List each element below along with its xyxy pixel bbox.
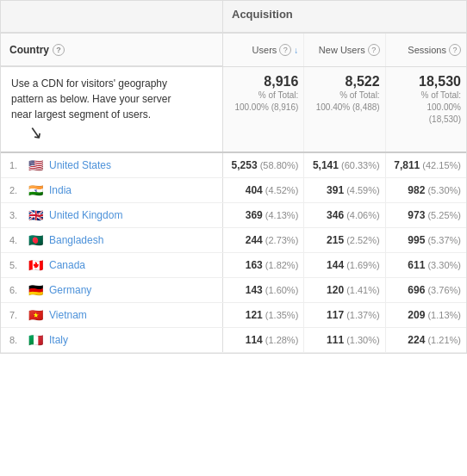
sort-arrow[interactable]: ↓ xyxy=(294,46,298,55)
row-country-cell: 5. 🇨🇦 Canada xyxy=(1,253,223,277)
country-flag: 🇩🇪 xyxy=(28,285,44,296)
table-row: 1. 🇺🇸 United States 5,253 (58.80%) 5,141… xyxy=(1,153,466,178)
row-users: 114 (1.28%) xyxy=(223,328,304,352)
row-sessions: 995 (5.37%) xyxy=(386,228,466,252)
country-link[interactable]: Vietnam xyxy=(49,309,87,321)
country-flag: 🇬🇧 xyxy=(28,210,44,221)
row-number: 6. xyxy=(9,285,23,295)
row-sessions: 696 (3.76%) xyxy=(386,278,466,302)
row-country-cell: 3. 🇬🇧 United Kingdom xyxy=(1,203,223,227)
totals-sessions: 18,530 % of Total:100.00%(18,530) xyxy=(386,67,466,151)
data-table: 1. 🇺🇸 United States 5,253 (58.80%) 5,141… xyxy=(1,153,466,353)
row-sessions: 209 (1.13%) xyxy=(386,303,466,327)
row-number: 5. xyxy=(9,260,23,270)
annotation-area: Use a CDN for visitors' geography patter… xyxy=(1,67,223,151)
table-row: 4. 🇧🇩 Bangladesh 244 (2.73%) 215 (2.52%)… xyxy=(1,228,466,253)
row-country-cell: 8. 🇮🇹 Italy xyxy=(1,328,223,352)
new-users-col-header: New Users ? xyxy=(304,34,385,66)
acquisition-header: Acquisition xyxy=(223,1,466,33)
row-new-users: 215 (2.52%) xyxy=(304,228,385,252)
country-flag: 🇧🇩 xyxy=(28,235,44,246)
row-new-users: 391 (4.59%) xyxy=(304,178,385,202)
row-number: 1. xyxy=(9,160,23,170)
row-number: 8. xyxy=(9,335,23,345)
row-metrics: 5,253 (58.80%) 5,141 (60.33%) 7,811 (42.… xyxy=(223,153,466,177)
table-row: 8. 🇮🇹 Italy 114 (1.28%) 111 (1.30%) 224 … xyxy=(1,328,466,353)
row-metrics: 143 (1.60%) 120 (1.41%) 696 (3.76%) xyxy=(223,278,466,302)
row-metrics: 114 (1.28%) 111 (1.30%) 224 (1.21%) xyxy=(223,328,466,352)
row-users: 143 (1.60%) xyxy=(223,278,304,302)
row-users: 5,253 (58.80%) xyxy=(223,153,304,177)
arrow-icon: ↘ xyxy=(27,121,45,145)
country-flag: 🇻🇳 xyxy=(28,310,44,321)
country-link[interactable]: Canada xyxy=(49,259,85,271)
country-link[interactable]: United States xyxy=(49,159,111,171)
country-link[interactable]: Italy xyxy=(49,334,68,346)
table-row: 3. 🇬🇧 United Kingdom 369 (4.13%) 346 (4.… xyxy=(1,203,466,228)
table-row: 6. 🇩🇪 Germany 143 (1.60%) 120 (1.41%) 69… xyxy=(1,278,466,303)
country-flag: 🇺🇸 xyxy=(28,160,44,171)
country-link[interactable]: Germany xyxy=(49,284,91,296)
row-country-cell: 4. 🇧🇩 Bangladesh xyxy=(1,228,223,252)
country-flag: 🇮🇹 xyxy=(28,335,44,346)
row-users: 404 (4.52%) xyxy=(223,178,304,202)
row-sessions: 973 (5.25%) xyxy=(386,203,466,227)
row-users: 369 (4.13%) xyxy=(223,203,304,227)
row-metrics: 404 (4.52%) 391 (4.59%) 982 (5.30%) xyxy=(223,178,466,202)
table-row: 5. 🇨🇦 Canada 163 (1.82%) 144 (1.69%) 611… xyxy=(1,253,466,278)
table-row: 2. 🇮🇳 India 404 (4.52%) 391 (4.59%) 982 … xyxy=(1,178,466,203)
country-link[interactable]: Bangladesh xyxy=(49,234,103,246)
row-sessions: 611 (3.30%) xyxy=(386,253,466,277)
sessions-help-icon[interactable]: ? xyxy=(449,44,461,56)
row-number: 3. xyxy=(9,210,23,220)
new-users-help-icon[interactable]: ? xyxy=(368,44,380,56)
row-new-users: 144 (1.69%) xyxy=(304,253,385,277)
row-new-users: 346 (4.06%) xyxy=(304,203,385,227)
sessions-col-header: Sessions ? xyxy=(386,34,466,66)
row-sessions: 7,811 (42.15%) xyxy=(386,153,466,177)
row-number: 7. xyxy=(9,310,23,320)
row-country-cell: 2. 🇮🇳 India xyxy=(1,178,223,202)
left-header-empty xyxy=(1,1,223,33)
totals-users: 8,916 % of Total:100.00% (8,916) xyxy=(223,67,304,151)
row-sessions: 224 (1.21%) xyxy=(386,328,466,352)
country-link[interactable]: United Kingdom xyxy=(49,209,122,221)
users-help-icon[interactable]: ? xyxy=(279,44,291,56)
country-help-icon[interactable]: ? xyxy=(53,44,65,56)
row-number: 2. xyxy=(9,185,23,195)
country-link[interactable]: India xyxy=(49,184,72,196)
country-flag: 🇨🇦 xyxy=(28,260,44,271)
row-metrics: 163 (1.82%) 144 (1.69%) 611 (3.30%) xyxy=(223,253,466,277)
annotation-text: Use a CDN for visitors' geography patter… xyxy=(11,76,184,143)
row-country-cell: 7. 🇻🇳 Vietnam xyxy=(1,303,223,327)
row-new-users: 117 (1.37%) xyxy=(304,303,385,327)
row-number: 4. xyxy=(9,235,23,245)
row-metrics: 369 (4.13%) 346 (4.06%) 973 (5.25%) xyxy=(223,203,466,227)
row-sessions: 982 (5.30%) xyxy=(386,178,466,202)
row-new-users: 5,141 (60.33%) xyxy=(304,153,385,177)
table-row: 7. 🇻🇳 Vietnam 121 (1.35%) 117 (1.37%) 20… xyxy=(1,303,466,328)
users-col-header: Users ? ↓ xyxy=(223,34,304,66)
row-country-cell: 1. 🇺🇸 United States xyxy=(1,153,223,177)
row-country-cell: 6. 🇩🇪 Germany xyxy=(1,278,223,302)
country-col-header: Country ? xyxy=(1,34,223,66)
row-users: 121 (1.35%) xyxy=(223,303,304,327)
row-new-users: 120 (1.41%) xyxy=(304,278,385,302)
row-new-users: 111 (1.30%) xyxy=(304,328,385,352)
row-metrics: 244 (2.73%) 215 (2.52%) 995 (5.37%) xyxy=(223,228,466,252)
row-metrics: 121 (1.35%) 117 (1.37%) 209 (1.13%) xyxy=(223,303,466,327)
totals-new-users: 8,522 % of Total:100.40% (8,488) xyxy=(304,67,385,151)
row-users: 244 (2.73%) xyxy=(223,228,304,252)
country-flag: 🇮🇳 xyxy=(28,185,44,196)
row-users: 163 (1.82%) xyxy=(223,253,304,277)
